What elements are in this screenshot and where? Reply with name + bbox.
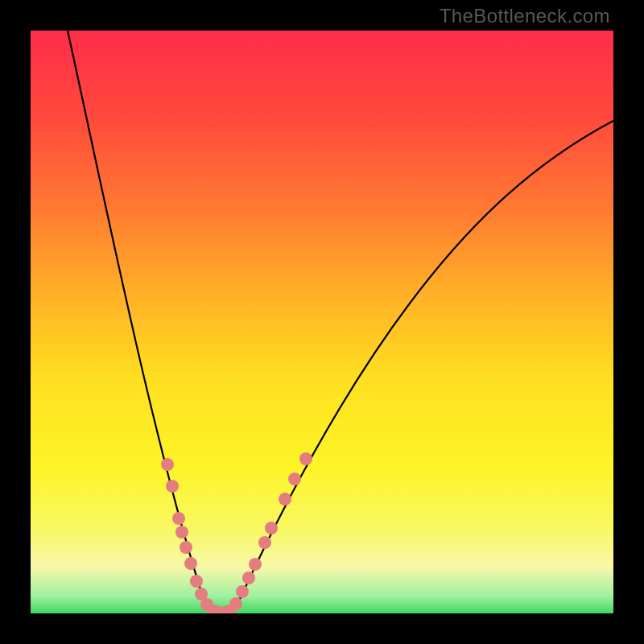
chart-container: TheBottleneck.com: [0, 0, 644, 644]
data-dot: [249, 558, 262, 571]
data-dot: [184, 557, 197, 570]
data-dot: [288, 473, 301, 485]
data-dot: [242, 572, 255, 584]
curve-curve-right: [222, 121, 613, 613]
data-dot: [279, 493, 291, 506]
curve-plot: [31, 31, 613, 613]
data-dot: [236, 585, 249, 598]
data-dot: [175, 526, 188, 539]
data-dot: [258, 536, 271, 549]
data-dot: [180, 541, 192, 554]
data-dot: [190, 575, 203, 588]
watermark-text: TheBottleneck.com: [440, 5, 610, 27]
data-dot: [166, 480, 179, 493]
data-dot: [265, 522, 278, 535]
data-dot: [299, 452, 312, 465]
curve-curve-left: [68, 31, 222, 613]
data-dot: [229, 597, 242, 610]
data-dot: [161, 458, 174, 471]
data-dot: [172, 512, 185, 525]
dot-markers: [161, 452, 312, 613]
curve-lines: [68, 31, 613, 613]
